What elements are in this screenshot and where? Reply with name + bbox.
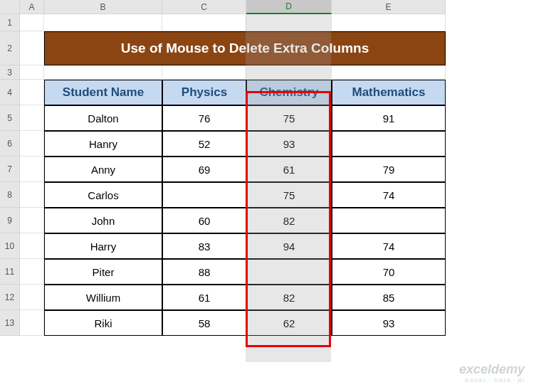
cell-c1[interactable] bbox=[162, 14, 246, 31]
table-cell-name[interactable]: Carlos bbox=[44, 182, 162, 208]
cell-e1[interactable] bbox=[332, 14, 446, 31]
cell-a1[interactable] bbox=[20, 14, 44, 31]
table-cell-physics[interactable]: 83 bbox=[162, 233, 246, 259]
col-header-d[interactable]: D bbox=[246, 0, 332, 14]
header-chemistry[interactable]: Chemistry bbox=[246, 80, 332, 105]
table-cell-name[interactable]: Anny bbox=[44, 157, 162, 182]
table-cell-chemistry[interactable]: 75 bbox=[246, 182, 332, 208]
cell-a7[interactable] bbox=[20, 157, 44, 182]
table-cell-physics[interactable]: 52 bbox=[162, 131, 246, 157]
table-cell-name[interactable]: Dalton bbox=[44, 105, 162, 131]
table-cell-chemistry[interactable]: 62 bbox=[246, 310, 332, 336]
cell-a2[interactable] bbox=[20, 31, 44, 65]
row-header-7[interactable]: 7 bbox=[0, 157, 20, 182]
row-header-3[interactable]: 3 bbox=[0, 65, 20, 80]
cell-a11[interactable] bbox=[20, 259, 44, 285]
row-header-13[interactable]: 13 bbox=[0, 310, 20, 336]
col-header-b[interactable]: B bbox=[44, 0, 162, 14]
table-cell-physics[interactable]: 58 bbox=[162, 310, 246, 336]
cell-a12[interactable] bbox=[20, 285, 44, 310]
cell-a8[interactable] bbox=[20, 182, 44, 208]
cell-a9[interactable] bbox=[20, 208, 44, 233]
row-header-1[interactable]: 1 bbox=[0, 14, 20, 31]
cell-a4[interactable] bbox=[20, 80, 44, 105]
table-cell-math[interactable]: 70 bbox=[332, 259, 446, 285]
cell-b1[interactable] bbox=[44, 14, 162, 31]
table-cell-physics[interactable]: 76 bbox=[162, 105, 246, 131]
col-header-e[interactable]: E bbox=[332, 0, 446, 14]
table-cell-physics[interactable]: 88 bbox=[162, 259, 246, 285]
table-cell-math[interactable]: 93 bbox=[332, 310, 446, 336]
table-cell-chemistry[interactable]: 94 bbox=[246, 233, 332, 259]
cell-d1[interactable] bbox=[246, 14, 332, 31]
header-math[interactable]: Mathematics bbox=[332, 80, 446, 105]
cell-a3[interactable] bbox=[20, 65, 44, 80]
table-cell-chemistry[interactable]: 82 bbox=[246, 208, 332, 233]
cell-a6[interactable] bbox=[20, 131, 44, 157]
cell-c3[interactable] bbox=[162, 65, 246, 80]
table-cell-chemistry[interactable]: 93 bbox=[246, 131, 332, 157]
row-header-2[interactable]: 2 bbox=[0, 31, 20, 65]
table-cell-math[interactable]: 74 bbox=[332, 233, 446, 259]
col-header-a[interactable]: A bbox=[20, 0, 44, 14]
table-cell-name[interactable]: John bbox=[44, 208, 162, 233]
spreadsheet-grid: A B C D E 1 2 Use of Mouse to Delete Ext… bbox=[0, 0, 546, 336]
row-header-8[interactable]: 8 bbox=[0, 182, 20, 208]
watermark: exceldemy EXCEL · DATA · BI bbox=[459, 362, 525, 383]
watermark-brand: exceldemy bbox=[459, 362, 525, 377]
table-cell-math[interactable]: 79 bbox=[332, 157, 446, 182]
row-header-6[interactable]: 6 bbox=[0, 131, 20, 157]
table-cell-name[interactable]: Harry bbox=[44, 233, 162, 259]
cell-a13[interactable] bbox=[20, 310, 44, 336]
table-cell-chemistry[interactable]: 82 bbox=[246, 285, 332, 310]
table-cell-physics[interactable]: 61 bbox=[162, 285, 246, 310]
table-cell-name[interactable]: Riki bbox=[44, 310, 162, 336]
col-header-c[interactable]: C bbox=[162, 0, 246, 14]
title-bar: Use of Mouse to Delete Extra Columns bbox=[44, 31, 446, 65]
row-header-4[interactable]: 4 bbox=[0, 80, 20, 105]
table-cell-physics[interactable]: 69 bbox=[162, 157, 246, 182]
table-cell-name[interactable]: Hanry bbox=[44, 131, 162, 157]
table-cell-math[interactable]: 74 bbox=[332, 182, 446, 208]
table-cell-math[interactable] bbox=[332, 131, 446, 157]
row-header-5[interactable]: 5 bbox=[0, 105, 20, 131]
table-cell-name[interactable]: Piter bbox=[44, 259, 162, 285]
cell-b3[interactable] bbox=[44, 65, 162, 80]
cell-e3[interactable] bbox=[332, 65, 446, 80]
cell-a10[interactable] bbox=[20, 233, 44, 259]
row-header-12[interactable]: 12 bbox=[0, 285, 20, 310]
row-header-11[interactable]: 11 bbox=[0, 259, 20, 285]
header-name[interactable]: Student Name bbox=[44, 80, 162, 105]
row-header-9[interactable]: 9 bbox=[0, 208, 20, 233]
table-cell-math[interactable]: 91 bbox=[332, 105, 446, 131]
table-cell-math[interactable]: 85 bbox=[332, 285, 446, 310]
header-physics[interactable]: Physics bbox=[162, 80, 246, 105]
table-cell-math[interactable] bbox=[332, 208, 446, 233]
table-cell-chemistry[interactable] bbox=[246, 259, 332, 285]
table-cell-chemistry[interactable]: 75 bbox=[246, 105, 332, 131]
table-cell-chemistry[interactable]: 61 bbox=[246, 157, 332, 182]
table-cell-physics[interactable]: 60 bbox=[162, 208, 246, 233]
cell-d3[interactable] bbox=[246, 65, 332, 80]
row-header-10[interactable]: 10 bbox=[0, 233, 20, 259]
table-cell-name[interactable]: Willium bbox=[44, 285, 162, 310]
table-cell-physics[interactable] bbox=[162, 182, 246, 208]
select-all-corner[interactable] bbox=[0, 0, 20, 14]
watermark-tag: EXCEL · DATA · BI bbox=[459, 377, 525, 383]
cell-a5[interactable] bbox=[20, 105, 44, 131]
